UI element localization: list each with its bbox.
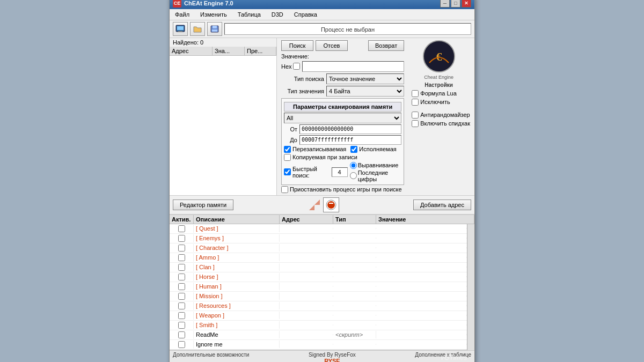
svg-rect-2 [178,31,182,32]
exec-checkbox[interactable] [350,146,357,153]
table-row[interactable]: Ignore me [170,340,467,350]
exec-checkbox-label[interactable]: Исполняемая [350,146,396,153]
speedhack-checkbox-label[interactable]: Включить спидхак [412,120,470,127]
signed-by-text: Signed By RyseFox [309,352,356,358]
cheat-table-body: [ Quest ][ Enemys ][ Character ][ Ammo ]… [170,224,467,350]
rewrite-checkbox-label[interactable]: Перезаписываемая [284,146,346,153]
speedhack-checkbox[interactable] [412,120,419,127]
menu-help[interactable]: Справка [291,10,320,19]
pause-checkbox[interactable] [281,186,288,193]
row-checkbox[interactable] [178,225,185,232]
found-count-label: Найдено: 0 [170,38,276,47]
row-checkbox[interactable] [178,245,185,252]
table-row[interactable]: [ Mission ] [170,292,467,301]
table-row[interactable]: [ Weapon ] [170,311,467,321]
row-checkbox[interactable] [178,264,185,271]
value-type-row: Тип значения 4 Байта [281,86,404,97]
lua-checkbox[interactable] [412,90,419,97]
filter-button[interactable]: Отсев [316,40,348,51]
row-checkbox[interactable] [178,331,185,338]
row-checkbox[interactable] [178,293,185,300]
table-row[interactable]: [ Clan ] [170,263,467,272]
td-value [376,344,467,345]
align-radio-label[interactable]: Выравнивание [350,162,402,169]
row-checkbox[interactable] [178,235,185,242]
antirand-checkbox[interactable] [412,112,419,119]
to-input[interactable] [299,135,401,145]
rewrite-checkbox[interactable] [284,146,291,153]
table-row[interactable]: [ Human ] [170,282,467,292]
rewrite-label: Перезаписываемая [292,146,346,152]
hex-checkbox[interactable] [293,63,300,70]
maximize-button[interactable]: □ [451,0,460,8]
fast-search-checkbox-label[interactable]: Быстрый поиск: [284,166,330,179]
row-checkbox[interactable] [178,302,185,309]
table-row[interactable]: [ Character ] [170,243,467,253]
antirand-checkbox-label[interactable]: Антирандомайзер [412,112,470,119]
menu-edit[interactable]: Изменить [197,10,230,19]
table-row[interactable]: [ Resources ] [170,301,467,311]
minimize-button[interactable]: ─ [440,0,450,8]
col-header-addr: Адрес [170,47,213,55]
row-checkbox[interactable] [178,312,185,319]
td-type [333,238,376,239]
align-radio[interactable] [350,162,357,169]
add-address-button[interactable]: Добавить адрес [413,200,471,210]
settings-label[interactable]: Настройки [425,82,453,88]
svg-rect-5 [212,29,217,32]
svg-rect-11 [329,203,333,204]
copy-checkbox-label[interactable]: Копируемая при записи [284,154,357,161]
open-file-button[interactable] [190,22,205,36]
row-checkbox[interactable] [178,341,185,348]
search-button[interactable]: Поиск [281,40,313,51]
td-type [333,286,376,287]
table-row[interactable]: [ Quest ] [170,224,467,234]
th-type: Тип [333,215,376,224]
from-input[interactable] [299,124,401,134]
value-type-select[interactable]: 4 Байта [326,86,404,97]
menu-d3d[interactable]: D3D [268,10,287,19]
back-button[interactable]: Возврат [368,40,404,51]
close-button[interactable]: ✕ [462,0,471,8]
table-row[interactable]: ReadMe<скрипт> [170,330,467,340]
table-row[interactable]: [ Horse ] [170,272,467,282]
td-type [333,295,376,297]
exclude-checkbox[interactable] [412,99,419,106]
lastdigits-radio-label[interactable]: Последние цифры [350,169,402,182]
td-value [376,286,467,287]
save-button[interactable] [207,22,222,36]
lua-checkbox-label[interactable]: Формула Lua [412,90,470,97]
value-input[interactable] [302,61,405,72]
table-row[interactable]: [ Smith ] [170,321,467,330]
fast-search-checkbox[interactable] [284,168,291,175]
svg-marker-8 [309,200,320,210]
table-row[interactable]: [ Ammo ] [170,253,467,263]
row-checkbox[interactable] [178,254,185,261]
stop-button[interactable] [323,197,339,212]
menu-table[interactable]: Таблица [235,10,264,19]
select-process-button[interactable] [173,22,188,36]
title-bar: CE ChEAt Engine 7.0 ─ □ ✕ [170,0,474,9]
value-type-label: Тип значения [281,88,324,94]
lastdigits-radio[interactable] [350,172,357,179]
svg-text:€: € [436,50,442,63]
table-scrollbar[interactable] [467,224,474,350]
memory-region-select[interactable]: All [284,113,401,123]
td-type [333,305,376,306]
row-checkbox[interactable] [178,283,185,290]
fast-search-input[interactable] [332,167,348,177]
td-value [376,276,467,277]
memory-editor-button[interactable]: Редактор памяти [173,200,233,210]
td-value [376,315,467,316]
title-buttons: ─ □ ✕ [440,0,471,8]
exclude-checkbox-label[interactable]: Исключить [412,99,470,106]
menu-file[interactable]: Файл [172,10,193,19]
row-checkbox[interactable] [178,322,185,329]
table-row[interactable]: [ Enemys ] [170,234,467,243]
td-active [170,302,194,310]
copy-checkbox[interactable] [284,154,291,161]
pause-checkbox-label[interactable]: Приостановить процесс игры при поиске [281,186,402,193]
search-type-select[interactable]: Точное значение [326,73,404,84]
process-display[interactable]: Процесс не выбран [224,23,471,35]
row-checkbox[interactable] [178,274,185,280]
